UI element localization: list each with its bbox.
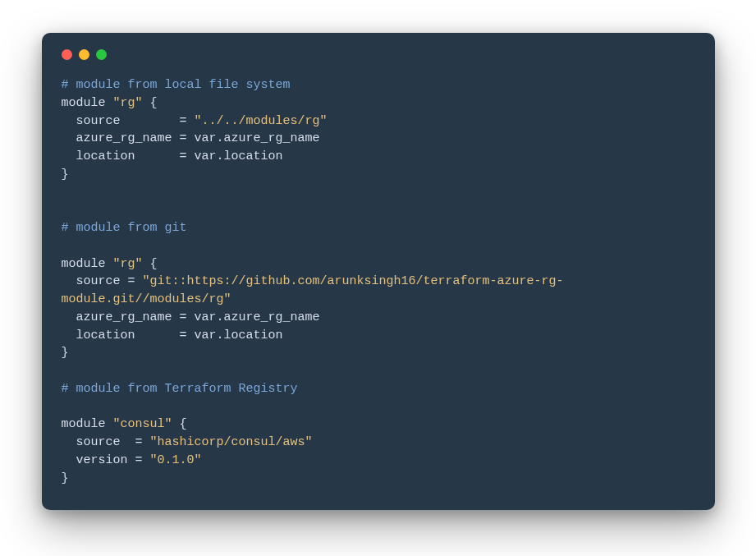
code-comment: # module from Terraform Registry [62, 382, 298, 396]
code-string: "rg" [113, 96, 143, 110]
code-keyword: module [62, 257, 113, 271]
window-traffic-lights [62, 49, 695, 60]
code-ident: version = [62, 453, 150, 467]
code-punc: } [62, 168, 69, 182]
code-punc: } [62, 346, 69, 360]
code-punc: { [172, 417, 187, 431]
code-ident: source = [62, 274, 143, 288]
code-comment: # module from local file system [62, 78, 291, 92]
code-string: "consul" [113, 417, 172, 431]
code-ident: azure_rg_name = var.azure_rg_name [62, 310, 320, 324]
code-ident: location = var.location [62, 329, 283, 342]
code-block[interactable]: # module from local file system module "… [62, 76, 695, 487]
code-ident: location = var.location [62, 149, 283, 163]
code-punc: } [62, 471, 69, 485]
code-string: "rg" [113, 257, 143, 271]
code-string: "0.1.0" [150, 453, 202, 467]
code-keyword: module [62, 417, 113, 431]
code-punc: { [143, 96, 158, 110]
code-keyword: module [62, 96, 113, 110]
code-ident: source = [62, 435, 150, 449]
code-window: # module from local file system module "… [42, 33, 715, 510]
minimize-icon[interactable] [79, 49, 89, 60]
code-ident: azure_rg_name = var.azure_rg_name [62, 131, 320, 145]
code-punc: { [143, 257, 158, 271]
code-string: "hashicorp/consul/aws" [150, 435, 313, 449]
maximize-icon[interactable] [96, 49, 107, 60]
close-icon[interactable] [62, 49, 72, 60]
code-string: "../../modules/rg" [195, 114, 328, 128]
code-comment: # module from git [62, 221, 187, 235]
code-ident: source = [62, 114, 195, 128]
